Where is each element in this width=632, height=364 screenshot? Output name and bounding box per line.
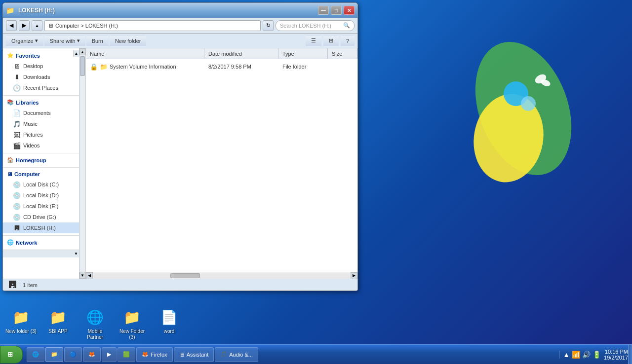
view-toggle-button[interactable]: ⊞ [323, 35, 339, 47]
desktop-icon-new-folder2[interactable]: 📁 New Folder (3) [116, 307, 148, 340]
libraries-label: Libraries [16, 100, 39, 106]
hscroll-left-arrow[interactable]: ◀ [86, 272, 93, 279]
sidebar-item-local-c[interactable]: 💿 Local Disk (C:) [3, 179, 79, 190]
sbi-icon-label: SBI APP [48, 328, 67, 334]
assistant-icon: 🖥 [179, 352, 185, 358]
sidebar-item-recent-places[interactable]: 🕒 Recent Places [3, 82, 79, 93]
new-folder-button[interactable]: New folder [110, 35, 147, 47]
svg-point-3 [521, 96, 536, 111]
sidebar-item-local-e[interactable]: 💿 Local Disk (E:) [3, 201, 79, 212]
clock-date: 19/2/2017 [604, 355, 628, 361]
sidebar-downloads-label: Downloads [23, 74, 50, 80]
divider-3 [3, 167, 79, 168]
hscroll-thumb[interactable] [170, 273, 200, 278]
vscroll-down-arrow[interactable]: ▼ [79, 272, 85, 279]
col-header-size[interactable]: Size [328, 48, 357, 59]
desktop-logo [444, 30, 592, 189]
speaker-icon[interactable]: 🔊 [582, 351, 591, 359]
address-box[interactable]: 🖥 Computer > LOKESH (H:) [44, 20, 261, 31]
col-header-type[interactable]: Type [278, 48, 328, 59]
sidebar-scroll-down[interactable]: ▼ [3, 250, 79, 257]
desktop-icon-sbi[interactable]: 📁 SBI APP [42, 307, 74, 340]
sbi-img: 📁 [48, 307, 68, 327]
downloads-icon: ⬇ [13, 73, 21, 81]
network-header[interactable]: 🌐 Network [3, 237, 79, 248]
firefox-label: Firefox [151, 352, 167, 358]
taskbar-ie[interactable]: 🌐 [27, 347, 44, 362]
sidebar-item-videos[interactable]: 🎬 Videos [3, 140, 79, 151]
lokesh-label: LOKESH (H:) [23, 225, 56, 231]
word-icon-label: word [164, 328, 175, 334]
desktop-icon-word[interactable]: 📄 word [153, 307, 185, 340]
favorites-star-icon: ⭐ [7, 52, 14, 59]
sidebar-item-downloads[interactable]: ⬇ Downloads [3, 72, 79, 82]
share-with-label: Share with [50, 38, 76, 44]
new-folder-label: New folder [115, 38, 141, 44]
music-icon: 🎵 [13, 120, 21, 128]
clock[interactable]: 10:16 PM 19/2/2017 [604, 349, 628, 361]
taskbar-firefox-running[interactable]: 🦊 Firefox [136, 347, 173, 362]
taskbar-explorer[interactable]: 📁 [45, 347, 63, 362]
app-icon: 🟩 [123, 351, 130, 358]
new-folder-icon-label: New folder (3) [5, 328, 37, 334]
cd-icon: 💿 [13, 213, 21, 221]
forward-button[interactable]: ▶ [19, 20, 30, 31]
search-box[interactable]: Search LOKESH (H:) 🔍 [276, 20, 355, 31]
libraries-header[interactable]: 📚 Libraries [3, 97, 79, 108]
help-button[interactable]: ? [341, 35, 355, 47]
computer-header[interactable]: 🖥 Computer [3, 169, 79, 179]
desktop-icon-new-folder[interactable]: 📁 New folder (3) [5, 307, 37, 340]
sidebar-item-documents[interactable]: 📄 Documents [3, 108, 79, 118]
hscroll-right-arrow[interactable]: ▶ [351, 272, 357, 279]
taskbar-media[interactable]: ▶ [102, 347, 117, 362]
homegroup-header[interactable]: 🏠 Homegroup [3, 155, 79, 165]
col-header-name[interactable]: Name [86, 48, 204, 59]
share-with-button[interactable]: Share with ▾ [44, 35, 85, 47]
horizontal-scrollbar[interactable]: ◀ ▶ [86, 272, 357, 279]
maximize-button[interactable]: □ [331, 6, 342, 15]
taskbar-items: 🌐 📁 🔵 🦊 ▶ 🟩 🦊 Firefox 🖥 Assistant 🎵 Audi [25, 347, 559, 362]
refresh-button[interactable]: ↻ [263, 20, 274, 31]
sidebar-item-pictures[interactable]: 🖼 Pictures [3, 129, 79, 140]
tray-up-arrow[interactable]: ▲ [563, 351, 570, 359]
vscroll-thumb[interactable] [80, 56, 85, 76]
libraries-icon: 📚 [7, 99, 14, 106]
search-placeholder: Search LOKESH (H:) [280, 23, 331, 29]
vscroll-up-arrow[interactable]: ▲ [79, 48, 85, 55]
computer-section: 🖥 Computer 💿 Local Disk (C:) 💿 Local Dis… [3, 167, 79, 233]
organize-button[interactable]: Organize ▾ [6, 35, 43, 47]
network-tray-icon[interactable]: 📶 [572, 351, 580, 359]
toolbar: Organize ▾ Share with ▾ Burn New folder … [3, 34, 357, 48]
taskbar-audio-running[interactable]: 🎵 Audio &... [215, 347, 258, 362]
sidebar-scroll-up[interactable]: ▲ [73, 50, 79, 57]
taskbar-assistant-running[interactable]: 🖥 Assistant [174, 347, 214, 362]
sidebar-item-desktop[interactable]: 🖥 Desktop [3, 61, 79, 72]
col-header-date[interactable]: Date modified [204, 48, 278, 59]
sidebar-item-music[interactable]: 🎵 Music [3, 118, 79, 129]
back-button[interactable]: ◀ [6, 20, 17, 31]
cd-label: CD Drive (G:) [23, 214, 56, 220]
close-button[interactable]: ✕ [344, 6, 355, 15]
videos-icon: 🎬 [13, 142, 21, 149]
file-date-cell: 8/2/2017 9:58 PM [206, 64, 280, 70]
sidebar-item-cd-drive[interactable]: 💿 CD Drive (G:) [3, 212, 79, 222]
view-button[interactable]: ☰ [306, 35, 321, 47]
status-text: 1 item [23, 282, 38, 288]
sidebar-scrollbar[interactable]: ▲ ▼ [79, 48, 86, 279]
computer-label: Computer [14, 171, 40, 177]
show-desktop-button[interactable] [628, 345, 632, 364]
taskbar-app[interactable]: 🟩 [118, 347, 135, 362]
sidebar-item-lokesh[interactable]: 🖪 LOKESH (H:) [3, 222, 79, 233]
start-button[interactable]: ⊞ [0, 346, 23, 364]
favorites-header[interactable]: ⭐ Favorites [3, 50, 79, 61]
table-row[interactable]: 🔒 📁 System Volume Information 8/2/2017 9… [86, 61, 357, 72]
sidebar-item-local-d[interactable]: 💿 Local Disk (D:) [3, 190, 79, 201]
organize-chevron: ▾ [35, 37, 38, 44]
taskbar-firefox[interactable]: 🦊 [83, 347, 101, 362]
burn-button[interactable]: Burn [86, 35, 109, 47]
desktop-icon-mobile[interactable]: 🌐 Mobile Partner [79, 307, 111, 340]
minimize-button[interactable]: — [318, 6, 329, 15]
pictures-icon: 🖼 [13, 131, 21, 139]
taskbar-chrome[interactable]: 🔵 [64, 347, 82, 362]
up-button[interactable]: ▲ [32, 20, 42, 31]
